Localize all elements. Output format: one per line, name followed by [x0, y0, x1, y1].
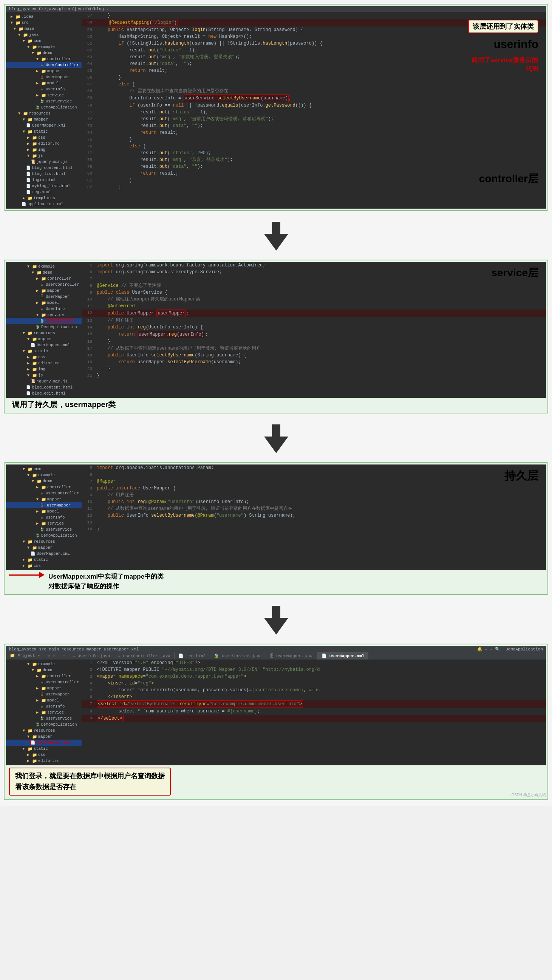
tree-demo[interactable]: ▼📁demo	[6, 50, 82, 56]
tree4-css[interactable]: ▶📁css	[6, 752, 82, 758]
tree4-demo[interactable]: ▼📁demo	[6, 667, 82, 673]
tab-project[interactable]: 📁 Project ▾	[6, 652, 44, 660]
tree-example[interactable]: ▼📁example	[6, 44, 82, 50]
tree-model[interactable]: ▶📁model	[6, 80, 82, 86]
tree-controller[interactable]: ▼📁controller	[6, 56, 82, 62]
tree-img[interactable]: ▶📁img	[6, 146, 82, 153]
tree-usermapper-xml[interactable]: 📄UserMapper.xml	[6, 123, 82, 129]
tree4-static[interactable]: ▶📁static	[6, 746, 82, 752]
tree4-usermapper[interactable]: 🗄UserMapper	[6, 691, 82, 697]
tree-reg[interactable]: 📄reg.html	[6, 189, 82, 195]
tree4-userservice[interactable]: 🍃UserService	[6, 716, 82, 721]
tree-editormd[interactable]: ▶📁editor.md	[6, 141, 82, 146]
tree-usercontroller[interactable]: ☕UserController	[6, 62, 82, 68]
tab-usermapper-xml[interactable]: 📄 UserMapper.xml	[318, 652, 368, 660]
tree2-userservice[interactable]: 🍃UserService	[6, 318, 82, 324]
tree-usermapper[interactable]: 🗄UserMapper	[6, 74, 82, 80]
tree4-example[interactable]: ▼📁example	[6, 661, 82, 667]
tree2-usermapper-xml[interactable]: 📄UserMapper.xml	[6, 342, 82, 348]
tree2-model[interactable]: ▶📁model	[6, 300, 82, 306]
tree3-model[interactable]: ▶📁model	[6, 508, 82, 514]
tree-js[interactable]: ▼📁js	[6, 153, 82, 159]
tree3-service[interactable]: ▶📁service	[6, 520, 82, 527]
tree-java[interactable]: ▼📁java	[6, 32, 82, 38]
tree2-service[interactable]: ▼📁service	[6, 312, 82, 318]
tree-blog-list[interactable]: 📄blog_list.html	[6, 171, 82, 177]
tree2-blog-edit[interactable]: 📄blog_edit.html	[6, 390, 82, 396]
tree4-usercontroller[interactable]: ☕UserController	[6, 679, 82, 685]
tree-res-mapper[interactable]: ▼📁mapper	[6, 116, 82, 123]
tree4-userinfo[interactable]: ☕UserInfo	[6, 703, 82, 710]
code-line-60: 60 HashMap<String, Object> result = new …	[82, 33, 546, 40]
tree4-demoapplication[interactable]: 🍃DemoApplication	[6, 721, 82, 727]
tree3-usermapper[interactable]: 🗄UserMapper	[6, 502, 82, 508]
tree3-com[interactable]: ▼📁com	[6, 466, 82, 472]
tree3-userinfo[interactable]: ☕UserInfo	[6, 514, 82, 520]
tree2-usercontroller[interactable]: ☕UserController	[6, 282, 82, 288]
tree3-demoapplication[interactable]: 🍃DemoApplication	[6, 533, 82, 539]
tree3-userservice[interactable]: 🍃UserService	[6, 527, 82, 533]
panel3-wrapper: ▼📁com ▼📁example ▼📁demo ▶📁controller ☕Use…	[4, 462, 548, 595]
tree4-mapper[interactable]: ▶📁mapper	[6, 685, 82, 691]
tree4-model[interactable]: ▶📁model	[6, 697, 82, 703]
tree2-example[interactable]: ▼📁example	[6, 263, 82, 269]
tree-static[interactable]: ▼📁static	[6, 129, 82, 135]
tree-myblog[interactable]: 📄myblog_list.html	[6, 183, 82, 189]
tab-usermapper-java[interactable]: 🗄 UserMapper.java	[266, 652, 318, 660]
panel1-header: blog_system D:/java-gitee/java104/blog..…	[6, 6, 546, 12]
tree-resources[interactable]: ▼📁resources	[6, 110, 82, 116]
tree-userservice[interactable]: 🍃UserService	[6, 98, 82, 104]
tree3-mapper-folder[interactable]: ▼📁mapper	[6, 496, 82, 502]
tree-userinfo[interactable]: ☕UserInfo	[6, 86, 82, 92]
tree2-css[interactable]: ▶📁css	[6, 354, 82, 360]
tab-userinfo[interactable]: ☕ UserInfo.java	[69, 652, 114, 660]
tree4-controller[interactable]: ▶📁controller	[6, 673, 82, 679]
code-line-74: 74 return result;	[82, 129, 546, 136]
tree3-static[interactable]: ▶📁static	[6, 557, 82, 563]
tree4-service[interactable]: ▶📁service	[6, 710, 82, 716]
tab-userservice[interactable]: 🍃 UserService.java	[210, 652, 266, 660]
tree2-resources[interactable]: ▼📁resources	[6, 330, 82, 336]
tree2-editormd[interactable]: ▶📁editor.md	[6, 360, 82, 366]
tree-com[interactable]: ▼📁com	[6, 38, 82, 44]
tree-mapper[interactable]: ▶📁mapper	[6, 68, 82, 74]
tree2-js[interactable]: ▼📁js	[6, 372, 82, 378]
tree2-blog-content[interactable]: 📄blog_content.html	[6, 384, 82, 390]
tree4-resources[interactable]: ▼📁resources	[6, 727, 82, 733]
tree3-resources[interactable]: ▼📁resources	[6, 539, 82, 545]
tree-css[interactable]: ▶📁css	[6, 135, 82, 141]
tree-demoapplication[interactable]: 🍃DemoApplication	[6, 104, 82, 110]
tree-jquery[interactable]: 📜jquery.min.js	[6, 159, 82, 165]
tree-application[interactable]: 📄application.xml	[6, 201, 82, 207]
tree2-img[interactable]: ▶📁img	[6, 366, 82, 372]
tree3-css[interactable]: ▶📁css	[6, 563, 82, 569]
tree3-example[interactable]: ▼📁example	[6, 472, 82, 478]
tree3-usercontroller[interactable]: ☕UserController	[6, 490, 82, 496]
tree-main[interactable]: ▼📁main	[6, 26, 82, 32]
tree-templates[interactable]: ▶📁templates	[6, 195, 82, 201]
panel1-wrapper: blog_system D:/java-gitee/java104/blog..…	[4, 4, 548, 211]
tree2-demo[interactable]: ▼📁demo	[6, 269, 82, 275]
tree2-jquery[interactable]: 📜jquery.min.js	[6, 378, 82, 384]
tree3-res-mapper[interactable]: ▼📁mapper	[6, 545, 82, 550]
tree4-editormd[interactable]: ▶📁editor.md	[6, 758, 82, 764]
tree2-res-mapper[interactable]: ▼📁mapper	[6, 336, 82, 342]
tab-reg[interactable]: 📄 reg.html	[175, 652, 210, 660]
tree4-res-mapper[interactable]: ▼📁mapper	[6, 733, 82, 740]
tree-service[interactable]: ▶📁service	[6, 92, 82, 98]
tree3-demo[interactable]: ▼📁demo	[6, 478, 82, 484]
tree4-usermapper-xml[interactable]: 📄UserMapper.xml	[6, 740, 82, 746]
tree3-usermapper-xml[interactable]: 📄UserMapper.xml	[6, 550, 82, 557]
tree-login[interactable]: 📄login.html	[6, 177, 82, 183]
tree2-mapper[interactable]: ▶📁mapper	[6, 288, 82, 294]
tree-src[interactable]: ▼📁src	[6, 20, 82, 26]
tree2-static[interactable]: ▼📁static	[6, 348, 82, 354]
tree3-controller[interactable]: ▶📁controller	[6, 484, 82, 490]
tree2-controller[interactable]: ▶📁controller	[6, 275, 82, 282]
tree-idea[interactable]: ▶📁.idea	[6, 14, 82, 20]
tab-usercontroller[interactable]: ☕ UserController.java	[114, 652, 175, 660]
tree2-usermapper[interactable]: 🗄UserMapper	[6, 294, 82, 300]
tree-blog-content[interactable]: 📄blog_content.html	[6, 165, 82, 171]
tree2-demoapplication[interactable]: 🍃DemoApplication	[6, 324, 82, 330]
tree2-userinfo[interactable]: ☕UserInfo	[6, 306, 82, 312]
